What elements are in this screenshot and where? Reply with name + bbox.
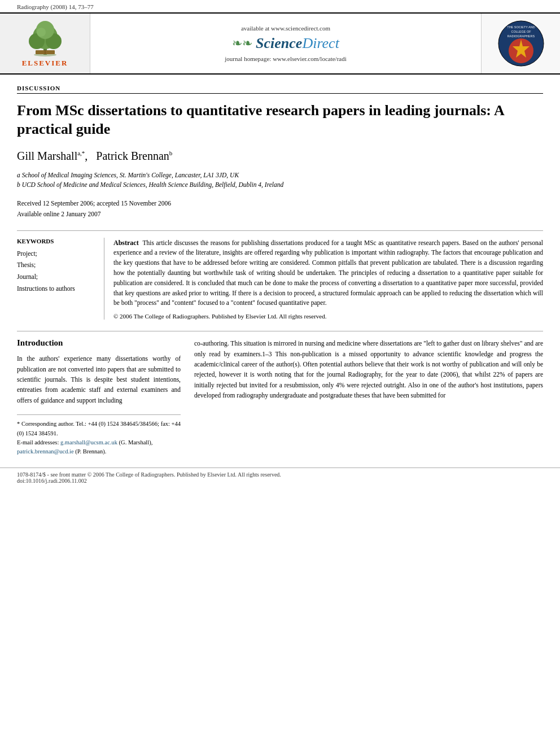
svg-text:RADIOGRAPHERS: RADIOGRAPHERS: [507, 34, 535, 38]
keyword-3: Journal;: [17, 271, 97, 283]
journal-header: ELSEVIER available at www.sciencedirect.…: [0, 12, 560, 75]
affiliation-b: b UCD School of Medicine and Medical Sci…: [17, 180, 543, 190]
page: Radiography (2008) 14, 73–77 ELSE: [0, 0, 560, 747]
article-title: From MSc dissertations to quantitative r…: [17, 102, 543, 138]
svg-point-6: [37, 28, 46, 37]
affiliations: a School of Medical Imaging Sciences, St…: [17, 171, 543, 190]
abstract-section: KEYWORDS Project; Thesis; Journal; Instr…: [17, 230, 543, 320]
sciencedirect-box: available at www.sciencedirect.com ❧❧ Sc…: [90, 14, 481, 73]
available-at-text: available at www.sciencedirect.com: [241, 25, 330, 32]
doi-text: doi:10.1016/j.radi.2006.11.002: [17, 478, 543, 484]
svg-text:COLLEGE OF: COLLEGE OF: [511, 30, 531, 33]
col-right: co-authoring. This situation is mirrored…: [194, 338, 543, 456]
elsevier-tree-icon: [20, 20, 71, 56]
dates: Received 12 September 2006; accepted 15 …: [17, 198, 543, 220]
elsevier-logo-box: ELSEVIER: [0, 14, 90, 73]
journal-homepage-text: journal homepage: www.elsevier.com/locat…: [225, 55, 347, 62]
abstract-body: Abstract This article discusses the reas…: [113, 238, 543, 309]
citation-text: Radiography (2008) 14, 73–77: [17, 3, 94, 10]
keywords-box: KEYWORDS Project; Thesis; Journal; Instr…: [17, 238, 104, 320]
author-gill-sup: a,*: [77, 150, 85, 156]
sciencedirect-logo: ❧❧ ScienceDirect: [232, 35, 339, 52]
email-gill-label: (G. Marshall),: [119, 439, 153, 445]
society-logo-box: THE SOCIETY AND COLLEGE OF RADIOGRAPHERS: [481, 14, 560, 73]
intro-right-text: co-authoring. This situation is mirrored…: [194, 338, 543, 400]
abstract-content: This article discusses the reasons for p…: [113, 239, 543, 307]
introduction-heading: Introduction: [17, 338, 181, 348]
keyword-4: Instructions to authors: [17, 283, 97, 295]
footnote-section: * Corresponding author. Tel.: +44 (0) 15…: [17, 414, 181, 456]
email-gill-link[interactable]: g.marshall@ucsm.ac.uk: [60, 439, 117, 445]
author-patrick-brennan: Patrick Brennan: [96, 150, 169, 162]
svg-text:THE SOCIETY AND: THE SOCIETY AND: [507, 25, 535, 29]
footnote-corresponding: * Corresponding author. Tel.: +44 (0) 15…: [17, 420, 181, 438]
two-col-body: Introduction In the authors' experience …: [17, 338, 543, 456]
main-content: DISCUSSION From MSc dissertations to qua…: [0, 75, 560, 456]
copyright-line: © 2006 The College of Radiographers. Pub…: [113, 313, 543, 320]
authors-line: Gill Marshalla,*, Patrick Brennanb: [17, 150, 543, 163]
sd-leaves-icon: ❧❧: [232, 36, 252, 51]
author-patrick-sup: b: [169, 150, 173, 156]
received-date: Received 12 September 2006; accepted 15 …: [17, 198, 543, 209]
citation-bar: Radiography (2008) 14, 73–77: [0, 0, 560, 12]
footnote-email: E-mail addresses: g.marshall@ucsm.ac.uk …: [17, 438, 181, 457]
sd-name-text: ScienceDirect: [256, 35, 339, 52]
author-gill-marshall: Gill Marshall: [17, 150, 77, 162]
available-date: Available online 2 January 2007: [17, 209, 543, 220]
affiliation-a: a School of Medical Imaging Sciences, St…: [17, 171, 543, 180]
issn-text: 1078-8174/$ - see front matter © 2006 Th…: [17, 471, 543, 478]
email-patrick-label: (P. Brennan).: [75, 448, 106, 455]
keywords-list: Project; Thesis; Journal; Instructions t…: [17, 248, 97, 295]
col-left: Introduction In the authors' experience …: [17, 338, 181, 456]
abstract-text-box: Abstract This article discusses the reas…: [113, 238, 543, 320]
bottom-bar: 1078-8174/$ - see front matter © 2006 Th…: [0, 468, 560, 487]
keyword-1: Project;: [17, 248, 97, 260]
intro-left-text: In the authors' experience many disserta…: [17, 353, 181, 405]
section-divider: [17, 331, 543, 331]
email-patrick-link[interactable]: patrick.brennan@ucd.ie: [17, 448, 74, 455]
abstract-label: Abstract: [113, 239, 139, 247]
section-label: DISCUSSION: [17, 85, 543, 94]
society-logo-icon: THE SOCIETY AND COLLEGE OF RADIOGRAPHERS: [496, 18, 546, 69]
email-intro: E-mail addresses:: [17, 439, 59, 445]
keywords-title: KEYWORDS: [17, 238, 97, 244]
keyword-2: Thesis;: [17, 259, 97, 271]
elsevier-label: ELSEVIER: [22, 59, 68, 68]
